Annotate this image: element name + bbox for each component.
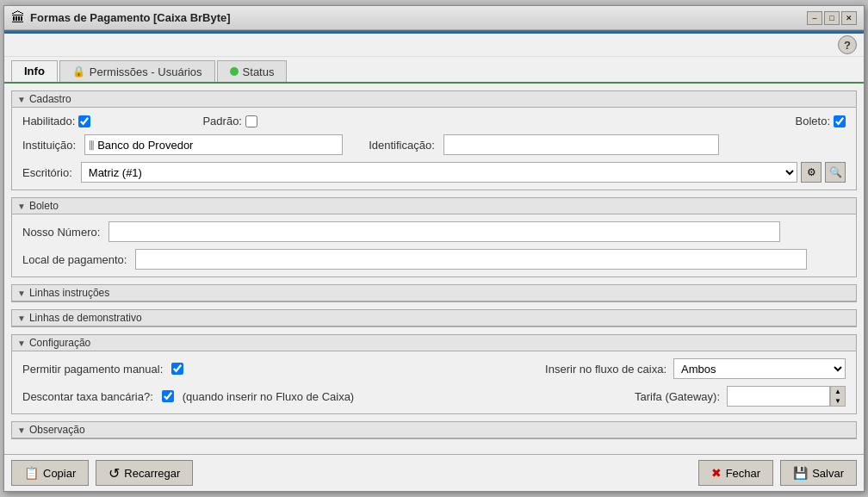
configuracao-header[interactable]: ▼ Configuração bbox=[12, 335, 856, 351]
padrao-checkbox[interactable] bbox=[245, 115, 257, 127]
content-area: ▼ Cadastro Habilitado: Padrão: Boleto: bbox=[4, 84, 864, 454]
fechar-button[interactable]: ✖ Fechar bbox=[698, 460, 773, 486]
nosso-numero-label: Nosso Número: bbox=[22, 226, 100, 239]
cadastro-row2: Instituição: ⦀ Banco do Provedor Identif… bbox=[22, 134, 846, 155]
habilitado-group: Habilitado: bbox=[22, 115, 90, 127]
configuracao-section: ▼ Configuração Permitir pagamento manual… bbox=[11, 334, 857, 414]
descontar-taxa-note: (quando inserir no Fluxo de Caixa) bbox=[183, 390, 354, 403]
minimize-button[interactable]: – bbox=[807, 11, 822, 25]
copy-icon: 📋 bbox=[24, 466, 39, 480]
save-blue-icon: 💾 bbox=[793, 466, 808, 480]
tarifa-input[interactable]: R$ 0,00 bbox=[727, 386, 830, 407]
configuracao-collapse-icon: ▼ bbox=[17, 339, 26, 348]
button-spacer bbox=[200, 460, 691, 486]
title-controls: – □ ✕ bbox=[807, 11, 857, 25]
linhas-demonstrativo-title: Linhas de demonstrativo bbox=[29, 312, 142, 324]
padrao-group: Padrão: bbox=[202, 115, 257, 127]
inserir-fluxo-group: Inserir no fluxo de caixa: Ambos Entrada… bbox=[545, 358, 846, 379]
observacao-collapse-icon: ▼ bbox=[17, 426, 26, 435]
cadastro-row3: Escritório: Matriz (#1) ⚙ 🔍 bbox=[22, 162, 846, 183]
local-pagamento-input[interactable]: Pagar somente no escritório. bbox=[135, 249, 807, 270]
tarifa-spin-buttons: ▲ ▼ bbox=[830, 386, 846, 407]
boleto-group: Boleto: bbox=[796, 115, 846, 127]
escritorio-select[interactable]: Matriz (#1) bbox=[81, 162, 797, 183]
boleto-header[interactable]: ▼ Boleto bbox=[12, 198, 856, 214]
salvar-button[interactable]: 💾 Salvar bbox=[780, 460, 857, 486]
boleto-checkbox[interactable] bbox=[834, 115, 846, 127]
habilitado-checkbox[interactable] bbox=[78, 115, 90, 127]
window-icon: 🏛 bbox=[11, 10, 25, 26]
identificacao-input[interactable]: Caixa BrByte bbox=[443, 134, 719, 155]
escritorio-search-button[interactable]: 🔍 bbox=[825, 162, 846, 183]
tarifa-spin-up[interactable]: ▲ bbox=[831, 387, 845, 396]
cadastro-header[interactable]: ▼ Cadastro bbox=[12, 91, 856, 108]
restore-button[interactable]: □ bbox=[824, 11, 840, 25]
linhas-instrucoes-section: ▼ Linhas instruções bbox=[11, 284, 857, 302]
escritorio-gear-button[interactable]: ⚙ bbox=[801, 162, 822, 183]
title-bar-left: 🏛 Formas de Pagamento [Caixa BrByte] bbox=[11, 10, 231, 26]
fechar-label: Fechar bbox=[726, 467, 760, 480]
window-title: Formas de Pagamento [Caixa BrByte] bbox=[30, 11, 231, 24]
tarifa-label: Tarifa (Gateway): bbox=[635, 390, 720, 403]
boleto-section: ▼ Boleto Nosso Número: 0 Local de pagame… bbox=[11, 197, 857, 277]
cadastro-collapse-icon: ▼ bbox=[17, 95, 26, 104]
linhas-demonstrativo-section: ▼ Linhas de demonstrativo bbox=[11, 309, 857, 327]
instituicao-label: Instituição: bbox=[22, 139, 76, 152]
configuracao-body: Permitir pagamento manual: Inserir no fl… bbox=[12, 351, 856, 413]
tab-status[interactable]: Status bbox=[217, 60, 288, 82]
lock-icon: 🔒 bbox=[72, 65, 85, 78]
close-button[interactable]: ✕ bbox=[841, 11, 857, 25]
recarregar-label: Recarregar bbox=[124, 467, 180, 480]
linhas-instrucoes-header[interactable]: ▼ Linhas instruções bbox=[12, 285, 856, 301]
help-button[interactable]: ? bbox=[838, 35, 857, 54]
permitir-manual-label: Permitir pagamento manual: bbox=[22, 363, 163, 376]
cadastro-section: ▼ Cadastro Habilitado: Padrão: Boleto: bbox=[11, 90, 857, 190]
recarregar-button[interactable]: ↺ Recarregar bbox=[96, 460, 193, 486]
linhas-instrucoes-collapse-icon: ▼ bbox=[17, 289, 26, 298]
tab-status-label: Status bbox=[243, 65, 275, 78]
tab-info[interactable]: Info bbox=[11, 60, 58, 82]
copiar-label: Copiar bbox=[43, 467, 76, 480]
boleto-label: Boleto: bbox=[796, 115, 830, 127]
cadastro-row1: Habilitado: Padrão: Boleto: bbox=[22, 115, 846, 127]
observacao-header[interactable]: ▼ Observação bbox=[12, 422, 856, 438]
nosso-numero-input[interactable]: 0 bbox=[108, 221, 780, 242]
help-bar: ? bbox=[4, 34, 864, 57]
linhas-instrucoes-title: Linhas instruções bbox=[29, 287, 109, 299]
escritorio-row: Matriz (#1) ⚙ 🔍 bbox=[81, 162, 846, 183]
descontar-taxa-checkbox[interactable] bbox=[162, 390, 174, 402]
tab-permissions-label: Permissões - Usuários bbox=[90, 65, 202, 78]
local-pagamento-label: Local de pagamento: bbox=[22, 253, 127, 266]
cadastro-title: Cadastro bbox=[29, 93, 71, 105]
boleto-title: Boleto bbox=[29, 200, 59, 212]
inserir-fluxo-label: Inserir no fluxo de caixa: bbox=[545, 363, 666, 376]
inserir-fluxo-select[interactable]: Ambos Entrada Saída Nenhum bbox=[673, 358, 846, 379]
observacao-section: ▼ Observação bbox=[11, 421, 857, 439]
instituicao-value: Banco do Provedor bbox=[97, 139, 193, 152]
salvar-label: Salvar bbox=[812, 467, 844, 480]
habilitado-label: Habilitado: bbox=[22, 115, 75, 127]
local-pagamento-row: Local de pagamento: Pagar somente no esc… bbox=[22, 249, 846, 270]
cadastro-body: Habilitado: Padrão: Boleto: Instituição: bbox=[12, 108, 856, 189]
escritorio-label: Escritório: bbox=[22, 166, 72, 179]
permitir-manual-checkbox[interactable] bbox=[171, 363, 183, 375]
gear-icon: ⚙ bbox=[807, 166, 816, 178]
linhas-demonstrativo-header[interactable]: ▼ Linhas de demonstrativo bbox=[12, 310, 856, 326]
tab-permissions[interactable]: 🔒 Permissões - Usuários bbox=[59, 60, 215, 82]
boleto-collapse-icon: ▼ bbox=[17, 202, 26, 211]
tarifa-spin-down[interactable]: ▼ bbox=[831, 396, 845, 406]
padrao-label: Padrão: bbox=[202, 115, 242, 127]
boleto-body: Nosso Número: 0 Local de pagamento: Paga… bbox=[12, 214, 856, 276]
close-red-icon: ✖ bbox=[711, 466, 722, 480]
configuracao-title: Configuração bbox=[29, 337, 90, 349]
config-row1: Permitir pagamento manual: Inserir no fl… bbox=[22, 358, 846, 379]
identificacao-label: Identificação: bbox=[369, 139, 435, 152]
descontar-taxa-label: Descontar taxa bancária?: bbox=[22, 390, 153, 403]
linhas-demonstrativo-collapse-icon: ▼ bbox=[17, 314, 26, 323]
config-row2: Descontar taxa bancária?: (quando inseri… bbox=[22, 386, 846, 407]
status-dot-icon bbox=[230, 67, 239, 76]
main-window: 🏛 Formas de Pagamento [Caixa BrByte] – □… bbox=[3, 5, 865, 492]
instituicao-field[interactable]: ⦀ Banco do Provedor bbox=[84, 134, 343, 155]
copiar-button[interactable]: 📋 Copiar bbox=[11, 460, 89, 486]
bottom-bar: 📋 Copiar ↺ Recarregar ✖ Fechar 💾 Salvar bbox=[4, 454, 864, 491]
